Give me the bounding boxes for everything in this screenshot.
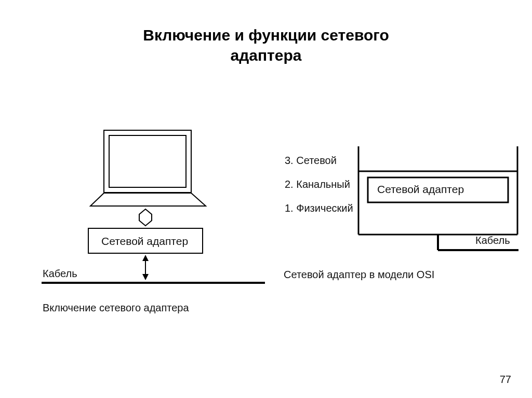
osi-layer-2: 2. Канальный [285, 179, 350, 190]
diagram-canvas: Сетевой адаптер Кабель Включение сетевог… [0, 0, 532, 398]
left-adapter-label: Сетевой адаптер [101, 235, 188, 248]
osi-layer-3: 3. Сетевой [285, 155, 337, 167]
right-cable-label: Кабель [475, 235, 510, 246]
svg-rect-1 [109, 135, 186, 187]
left-caption: Включение сетевого адаптера [43, 302, 189, 314]
left-cable-label: Кабель [43, 268, 77, 280]
osi-layer-1: 1. Физический [285, 202, 353, 214]
right-adapter-label: Сетевой адаптер [377, 183, 464, 196]
right-diagram [357, 146, 518, 266]
svg-rect-0 [104, 130, 191, 193]
page-number: 77 [500, 374, 511, 386]
right-caption: Сетевой адаптер в модели OSI [284, 269, 434, 281]
